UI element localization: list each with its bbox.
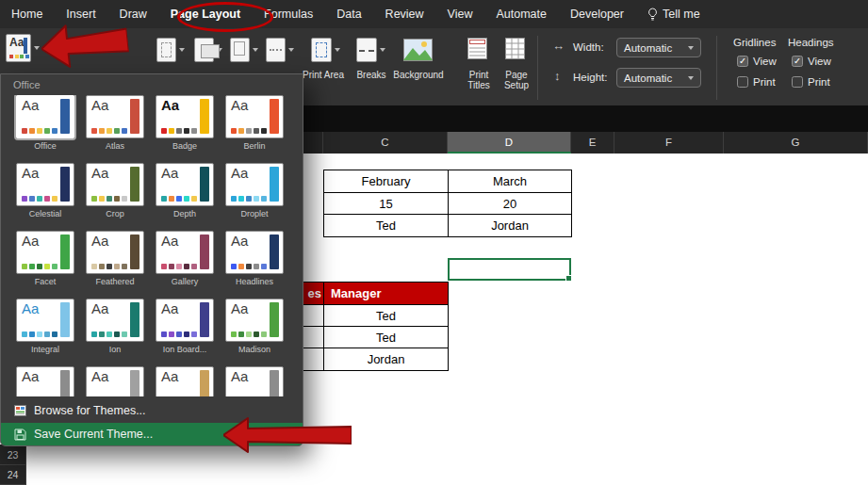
theme-thumbnail-glyph: Aa [231,164,248,183]
theme-color-dots [161,196,197,202]
theme-card-berlin[interactable]: Aa [225,95,284,138]
theme-card-depth[interactable]: Aa [156,163,214,206]
theme-card-partial-17[interactable]: Aa [86,366,144,396]
gridlines-view-label: View [753,56,777,68]
width-dropdown[interactable]: Automatic [616,38,701,57]
cell-c-15[interactable]: 15 [324,193,449,215]
headings-view-label: View [808,56,831,68]
theme-card-facet[interactable]: Aa [16,231,74,274]
theme-color-dots [91,128,127,134]
theme-card-ion-board[interactable]: Aa [156,299,214,342]
theme-card-gallery[interactable]: Aa [156,231,214,274]
breaks-button[interactable] [356,38,385,62]
row-header-24[interactable]: 24 [0,465,26,485]
theme-thumbnail-glyph: Aa [22,232,39,251]
theme-card-office[interactable]: Aa [16,95,74,138]
background-button[interactable] [403,39,433,61]
height-dropdown[interactable]: Automatic [616,68,701,88]
theme-card-headlines[interactable]: Aa [225,231,284,274]
theme-card-atlas[interactable]: Aa [86,95,144,138]
cell-d-20[interactable]: 20 [449,193,572,215]
column-header-f[interactable]: F [614,132,724,154]
theme-card-droplet[interactable]: Aa [225,163,284,206]
tab-data[interactable]: Data [336,8,361,21]
themes-button[interactable]: Aa [6,34,40,62]
cell-d-jordan[interactable]: Jordan [449,215,572,237]
excel-window: Home Insert Draw Page Layout Formulas Da… [0,0,868,485]
page-setup-icon [505,38,525,59]
cell-d-march[interactable]: March [449,170,572,193]
theme-card-badge[interactable]: Aa [156,95,214,138]
chevron-down-icon [688,46,694,50]
row-header-23[interactable]: 23 [0,445,26,465]
theme-label-droplet: Droplet [221,209,287,218]
theme-card-integral[interactable]: Aa [16,299,74,342]
chevron-down-icon [179,48,185,52]
theme-accent-bar [270,370,279,396]
chevron-down-icon [253,48,258,52]
tab-home[interactable]: Home [11,8,42,21]
cell-c-ted[interactable]: Ted [324,215,449,237]
chevron-down-icon [335,48,340,52]
themes-icon: Aa [6,34,31,62]
headings-print-checkbox[interactable] [792,76,803,88]
gridlines-print-checkbox[interactable] [737,76,748,88]
print-area-button[interactable] [311,38,340,62]
theme-label-facet: Facet [12,277,78,286]
cell-manager-jordan[interactable]: Jordan [324,348,449,371]
table-manager: es Manager Ted Ted Jordan [298,282,449,370]
cell-c-february[interactable]: February [324,170,449,193]
tab-review[interactable]: Review [385,8,424,21]
vertical-resize-icon: ↕ [554,69,561,83]
theme-color-dots [22,196,57,202]
tab-view[interactable]: View [448,8,473,21]
theme-label-berlin: Berlin [221,141,287,151]
tab-tell-me[interactable]: Tell me [647,8,700,22]
breaks-icon [356,38,377,62]
theme-accent-bar [130,302,139,337]
column-header-d[interactable]: D [448,132,571,154]
theme-card-ion[interactable]: Aa [86,299,144,342]
selected-cell[interactable] [448,258,571,281]
theme-card-partial-16[interactable]: Aa [16,366,74,396]
theme-group-label: Office [13,79,41,90]
orientation-button[interactable] [194,38,222,62]
page-setup-button[interactable] [505,38,525,59]
theme-card-madison[interactable]: Aa [225,299,284,342]
theme-card-partial-19[interactable]: Aa [225,366,284,396]
theme-accent-bar [60,370,70,396]
theme-accent-bar [200,302,209,337]
print-titles-button[interactable] [467,38,487,59]
theme-thumbnail-glyph: Aa [161,96,179,115]
theme-thumbnail-glyph: Aa [91,232,108,251]
page-options-button[interactable] [266,38,294,62]
fill-handle[interactable] [565,275,572,282]
margins-button[interactable] [156,38,185,62]
theme-color-dots [91,264,127,269]
cell-manager-ted-1[interactable]: Ted [324,305,449,327]
tab-developer[interactable]: Developer [570,8,624,21]
theme-color-dots [231,331,267,337]
cell-manager-ted-2[interactable]: Ted [324,327,449,348]
theme-label-headlines: Headlines [221,277,287,286]
theme-accent-bar [130,99,139,134]
theme-accent-bar [200,234,209,269]
tab-automate[interactable]: Automate [496,8,547,21]
background-label: Background [390,70,447,80]
theme-card-celestial[interactable]: Aa [16,163,74,206]
column-header-e[interactable]: E [571,132,614,154]
ribbon-divider [537,36,538,100]
theme-card-partial-18[interactable]: Aa [156,366,214,396]
headings-view-checkbox[interactable]: ✓ [792,56,803,67]
theme-card-feathered[interactable]: Aa [86,231,144,274]
theme-label-ion: Ion [82,345,148,354]
theme-card-crop[interactable]: Aa [86,163,144,206]
themes-dropdown-panel: Office AaOfficeAaAtlasAaBadgeAaBerlinAaC… [0,73,303,446]
size-button[interactable] [230,38,258,62]
gridlines-view-checkbox[interactable]: ✓ [737,56,748,67]
print-titles-label: Print Titles [458,70,500,90]
chevron-down-icon [288,48,294,52]
column-header-g[interactable]: G [724,132,868,154]
cell-header-manager[interactable]: Manager [324,283,449,305]
column-header-c[interactable]: C [323,132,448,154]
